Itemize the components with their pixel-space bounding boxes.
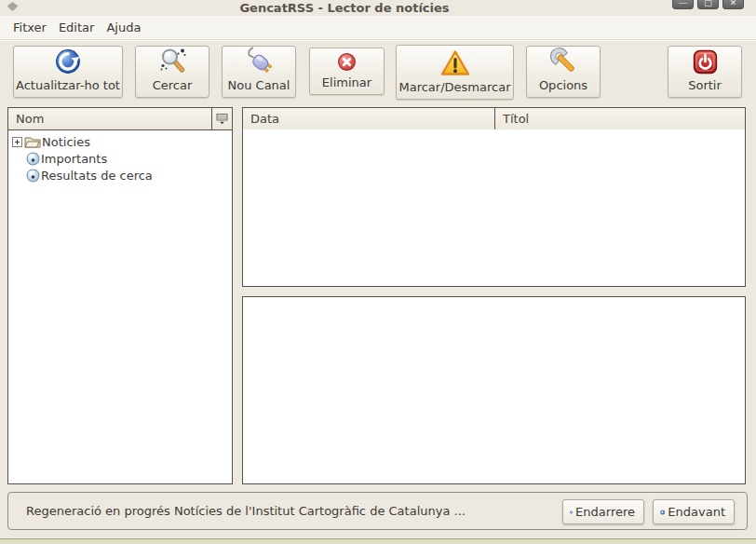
back-arrow-icon (570, 505, 573, 520)
tree-column-header-nom[interactable]: Nom (8, 108, 212, 129)
wrench-icon (549, 47, 577, 77)
close-button[interactable]: ✕ (722, 0, 744, 9)
menubar: Fitxer Editar Ajuda (0, 16, 756, 40)
delete-button[interactable]: Eliminar (309, 48, 385, 95)
tree-item-noticies[interactable]: Noticies (8, 133, 232, 150)
power-icon (693, 49, 718, 77)
forward-button[interactable]: Endavant (653, 499, 735, 524)
tree-header-label: Nom (16, 112, 44, 126)
back-button[interactable]: Endarrere (562, 499, 644, 524)
plug-icon (245, 47, 273, 77)
quit-button[interactable]: Sortir (668, 46, 742, 98)
titlebar: GencatRSS - Lector de notícies ― □ ✕ (0, 0, 756, 16)
toolbar-button-label: Cercar (153, 78, 193, 92)
statusbar: Regeneració en progrés Notícies de l'Ins… (7, 492, 748, 530)
update-all-button[interactable]: Actualitzar-ho tot (13, 46, 123, 98)
toolbar-button-label: Actualitzar-ho tot (16, 78, 120, 92)
new-channel-button[interactable]: Nou Canal (222, 46, 296, 98)
toolbar-button-label: Sortir (688, 78, 722, 92)
column-header-titol[interactable]: Títol (495, 108, 745, 129)
menu-editar[interactable]: Editar (59, 18, 95, 37)
delete-icon (337, 52, 357, 75)
feed-icon (26, 169, 40, 183)
warning-icon (440, 49, 470, 79)
feeds-tree-panel: Nom Noticies (7, 107, 233, 484)
toolbar-button-label: Opcions (539, 78, 587, 92)
search-button[interactable]: Cercar (135, 46, 209, 98)
app-window: GencatRSS - Lector de notícies ― □ ✕ Fit… (0, 0, 756, 544)
column-menu-icon (216, 113, 228, 125)
column-header-label: Títol (503, 112, 529, 126)
toolbar: Actualitzar-ho tot Cercar (0, 40, 756, 106)
toolbar-button-label: Marcar/Desmarcar (398, 80, 510, 94)
forward-arrow-icon (660, 505, 665, 520)
feed-icon (26, 152, 40, 166)
search-icon (158, 47, 186, 77)
maximize-icon: □ (698, 0, 718, 8)
column-header-data[interactable]: Data (243, 108, 495, 129)
minimize-icon: ― (673, 0, 693, 8)
column-menu-button[interactable] (212, 108, 232, 129)
tree-item-resultats[interactable]: Resultats de cerca (8, 167, 232, 184)
window-bottom-edge (0, 538, 756, 544)
maximize-button[interactable]: □ (697, 0, 719, 9)
feeds-tree: Noticies Importants (8, 129, 232, 483)
tree-item-label: Resultats de cerca (41, 169, 153, 183)
tree-item-importants[interactable]: Importants (8, 150, 232, 167)
folder-icon (24, 135, 41, 148)
toolbar-button-label: Eliminar (322, 75, 371, 89)
toolbar-button-label: Nou Canal (228, 78, 290, 92)
forward-button-label: Endavant (668, 505, 725, 519)
expand-icon[interactable] (12, 137, 22, 147)
close-icon: ✕ (723, 0, 743, 8)
refresh-icon (55, 48, 81, 77)
status-message: Regeneració en progrés Notícies de l'Ins… (26, 493, 466, 529)
menu-fitxer[interactable]: Fitxer (13, 18, 47, 37)
back-button-label: Endarrere (575, 505, 635, 519)
mark-unmark-button[interactable]: Marcar/Desmarcar (396, 45, 514, 100)
tree-header-row: Nom (8, 108, 232, 130)
article-preview-panel[interactable] (242, 296, 746, 484)
articles-table-panel: Data Títol (242, 107, 746, 287)
column-header-label: Data (250, 112, 279, 126)
table-header-row: Data Títol (243, 108, 745, 130)
options-button[interactable]: Opcions (526, 46, 601, 98)
window-title: GencatRSS - Lector de notícies (0, 0, 689, 16)
tree-item-label: Importants (41, 152, 107, 166)
minimize-button[interactable]: ― (672, 0, 694, 9)
articles-table-body[interactable] (243, 129, 745, 286)
tree-item-label: Noticies (42, 135, 90, 149)
menu-ajuda[interactable]: Ajuda (106, 18, 141, 37)
